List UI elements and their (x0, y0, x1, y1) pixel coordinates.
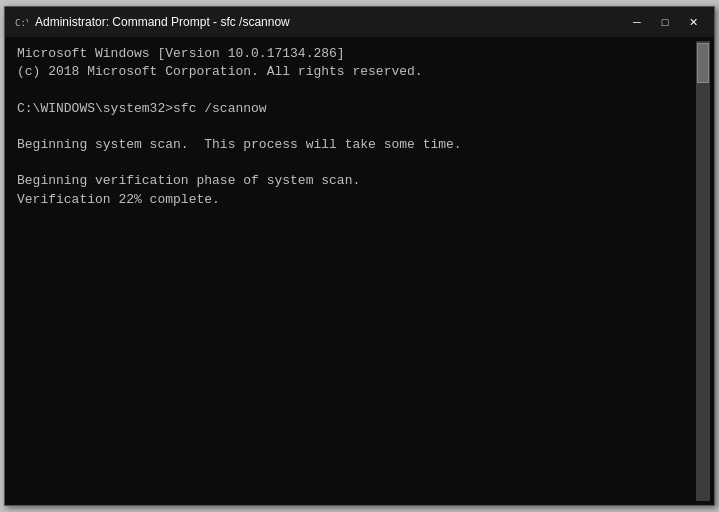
title-bar: C:\ Administrator: Command Prompt - sfc … (5, 7, 714, 37)
title-controls: ─ □ ✕ (624, 12, 706, 32)
scrollbar[interactable] (696, 41, 710, 501)
title-bar-left: C:\ Administrator: Command Prompt - sfc … (13, 14, 290, 30)
command-prompt-window: C:\ Administrator: Command Prompt - sfc … (4, 6, 715, 506)
console-area: Microsoft Windows [Version 10.0.17134.28… (5, 37, 714, 505)
console-output: Microsoft Windows [Version 10.0.17134.28… (17, 45, 688, 209)
cmd-icon: C:\ (13, 14, 29, 30)
svg-text:C:\: C:\ (15, 18, 28, 28)
console-content[interactable]: Microsoft Windows [Version 10.0.17134.28… (9, 41, 696, 501)
window-title: Administrator: Command Prompt - sfc /sca… (35, 15, 290, 29)
minimize-button[interactable]: ─ (624, 12, 650, 32)
scrollbar-thumb[interactable] (697, 43, 709, 83)
maximize-button[interactable]: □ (652, 12, 678, 32)
close-button[interactable]: ✕ (680, 12, 706, 32)
